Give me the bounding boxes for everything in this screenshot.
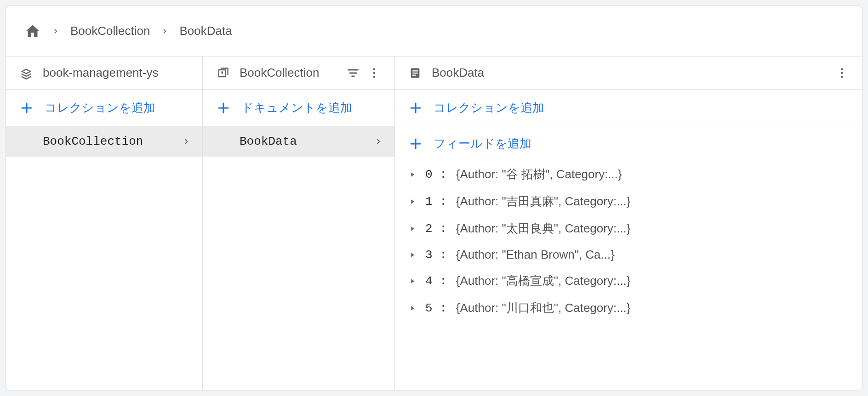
project-header: book-management-ys [6,57,203,89]
document-item-label: BookData [240,135,368,148]
expand-triangle-icon[interactable] [409,277,416,285]
collection-item-label: BookCollection [43,135,176,148]
document-title: BookData [432,66,825,80]
add-field-button[interactable]: フィールドを追加 [395,126,862,161]
field-row[interactable]: 2 :{Author: "太田良典", Category:...} [395,215,862,242]
document-header: BookData [395,57,862,89]
field-preview: {Author: "川口和也", Category:...} [456,300,631,316]
field-index: 4 : [425,274,447,288]
svg-point-0 [373,68,376,70]
svg-point-7 [841,68,843,70]
breadcrumb-collection[interactable]: BookCollection [70,24,150,38]
more-vert-icon[interactable] [368,67,381,79]
collection-list-item[interactable]: BookCollection [6,126,202,157]
field-preview: {Author: "Ethan Brown", Ca...} [456,248,615,262]
expand-triangle-icon[interactable] [409,171,416,178]
field-index: 1 : [425,195,447,209]
add-collection-button[interactable]: コレクションを追加 [6,90,202,126]
column-headers: book-management-ys BookCollection BookDa… [6,57,862,90]
add-field-label: フィールドを追加 [434,136,531,152]
field-preview: {Author: "高橋宣成", Category:...} [456,273,631,289]
collection-icon [217,67,229,79]
document-column: コレクションを追加 フィールドを追加 0 :{Author: "谷 拓樹", C… [395,90,862,390]
add-collection-label: コレクションを追加 [45,100,155,116]
field-row[interactable]: 5 :{Author: "川口和也", Category:...} [395,294,862,322]
expand-triangle-icon[interactable] [409,225,416,232]
collection-title: BookCollection [240,66,337,80]
svg-point-9 [841,75,843,78]
field-row[interactable]: 3 :{Author: "Ethan Brown", Ca...} [395,242,862,267]
plus-icon [20,101,34,115]
fields-list: 0 :{Author: "谷 拓樹", Category:...}1 :{Aut… [395,161,862,322]
document-icon [409,67,422,79]
svg-point-2 [373,75,376,78]
breadcrumb: BookCollection BookData [6,6,862,57]
chevron-right-icon [181,136,191,147]
columns: コレクションを追加 BookCollection ドキュメントを追加 BookD… [6,90,862,390]
expand-triangle-icon[interactable] [409,198,416,205]
field-preview: {Author: "吉田真麻", Category:...} [456,193,631,209]
more-vert-icon[interactable] [835,67,848,79]
breadcrumb-home[interactable] [24,23,41,40]
add-subcollection-label: コレクションを追加 [434,100,544,116]
firestore-data-panel: BookCollection BookData book-management-… [6,6,862,390]
field-preview: {Author: "太田良典", Category:...} [456,221,631,237]
field-index: 3 : [425,248,447,262]
expand-triangle-icon[interactable] [409,305,416,312]
field-row[interactable]: 1 :{Author: "吉田真麻", Category:...} [395,188,862,215]
field-index: 2 : [425,222,447,236]
chevron-right-icon [373,136,383,147]
database-icon [20,67,33,79]
add-subcollection-button[interactable]: コレクションを追加 [395,90,862,126]
svg-point-1 [373,72,376,74]
field-row[interactable]: 4 :{Author: "高橋宣成", Category:...} [395,267,862,294]
plus-icon [409,137,423,151]
svg-rect-4 [412,70,418,71]
plus-icon [217,101,230,115]
breadcrumb-document[interactable]: BookData [179,24,232,38]
field-row[interactable]: 0 :{Author: "谷 拓樹", Category:...} [395,161,862,188]
project-column: コレクションを追加 BookCollection [6,90,203,390]
project-title: book-management-ys [43,66,188,80]
chevron-right-icon [160,27,169,36]
add-document-label: ドキュメントを追加 [241,100,352,116]
field-index: 0 : [425,168,447,181]
filter-icon[interactable] [347,67,360,79]
plus-icon [409,101,423,115]
svg-point-8 [841,72,843,74]
field-preview: {Author: "谷 拓樹", Category:...} [456,166,622,182]
collection-column: ドキュメントを追加 BookData [203,90,395,390]
svg-rect-5 [412,72,418,73]
document-list-item[interactable]: BookData [203,126,394,157]
chevron-right-icon [51,27,60,36]
collection-header: BookCollection [203,57,395,89]
home-icon [24,23,41,40]
svg-rect-6 [412,74,416,75]
add-document-button[interactable]: ドキュメントを追加 [203,90,394,126]
expand-triangle-icon[interactable] [409,251,416,259]
field-index: 5 : [425,301,447,315]
